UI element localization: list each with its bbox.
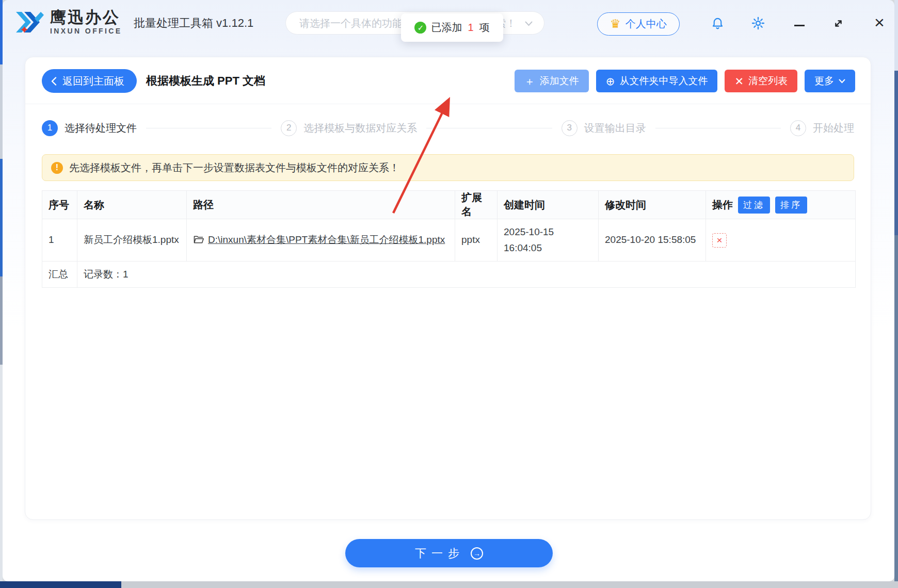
- maximize-restore-button[interactable]: [829, 14, 847, 32]
- step-progress: 1 选择待处理文件 2 选择模板与数据对应关系 3 设置输出目录 4 开始处理: [42, 119, 854, 137]
- notice-text: 先选择模板文件，再单击下一步设置数据表文件与模板文件的对应关系！: [69, 161, 399, 175]
- panel-header: 返回到主面板 根据模板生成 PPT 文档 ＋ 添加文件 ⊕ 从文件夹中导入文件 …: [42, 69, 855, 93]
- toast-unit: 项: [479, 21, 490, 35]
- cell-ext: pptx: [455, 219, 498, 262]
- plus-icon: ＋: [524, 76, 535, 87]
- cell-modified: 2025-10-20 15:58:05: [599, 219, 706, 262]
- next-step-button[interactable]: 下一步 →: [345, 539, 553, 567]
- col-name: 名称: [77, 191, 187, 219]
- search-placeholder: 请选择一个具体的功能: [299, 17, 403, 30]
- col-index: 序号: [42, 191, 77, 219]
- toast-added-notification: ✓ 已添加 1 项: [401, 13, 503, 42]
- warning-icon: !: [51, 162, 63, 174]
- cell-name: 新员工介绍模板1.pptx: [77, 219, 187, 262]
- col-created: 创建时间: [498, 191, 599, 219]
- col-operation: 操作 过滤 排序: [706, 191, 856, 219]
- table-header-row: 序号 名称 路径 扩展名 创建时间 修改时间 操作 过滤 排序: [42, 191, 856, 219]
- notification-bell-icon[interactable]: [709, 14, 726, 32]
- clear-list-button[interactable]: ✕ 清空列表: [725, 70, 797, 92]
- crown-icon: ♛: [610, 18, 621, 30]
- step-connector: [146, 128, 271, 128]
- step-connector: [426, 128, 552, 128]
- col-modified: 修改时间: [599, 191, 706, 219]
- close-button[interactable]: ×: [871, 14, 888, 32]
- success-check-icon: ✓: [414, 22, 426, 34]
- app-window: 鹰迅办公 INXUN OFFICE 批量处理工具箱 v1.12.1 请选择一个具…: [3, 0, 894, 581]
- notice-banner: ! 先选择模板文件，再单击下一步设置数据表文件与模板文件的对应关系！: [42, 154, 854, 181]
- background-window-edge-right: [894, 0, 898, 588]
- logo-text-en: INXUN OFFICE: [50, 27, 122, 35]
- divider: [25, 104, 871, 104]
- toast-message: 已添加: [431, 21, 462, 35]
- col-ext: 扩展名: [455, 191, 498, 219]
- import-from-folder-button[interactable]: ⊕ 从文件夹中导入文件: [596, 70, 718, 92]
- topbar: 鹰迅办公 INXUN OFFICE 批量处理工具箱 v1.12.1 请选择一个具…: [3, 0, 894, 45]
- app-logo: 鹰迅办公 INXUN OFFICE: [14, 8, 122, 37]
- col-path: 路径: [187, 191, 455, 219]
- chevron-left-icon: [51, 77, 57, 86]
- step-connector: [655, 128, 781, 128]
- panel-actions: ＋ 添加文件 ⊕ 从文件夹中导入文件 ✕ 清空列表 更多: [515, 70, 855, 92]
- page-title: 根据模板生成 PPT 文档: [146, 73, 265, 89]
- more-button[interactable]: 更多: [805, 70, 855, 92]
- main-panel: 返回到主面板 根据模板生成 PPT 文档 ＋ 添加文件 ⊕ 从文件夹中导入文件 …: [25, 57, 871, 520]
- summary-row: 汇总 记录数：1: [42, 262, 856, 288]
- step-4-start-process: 4 开始处理: [790, 120, 854, 136]
- cell-path: D:\inxun\素材合集\PPT素材合集\新员工介绍模板1.pptx: [187, 219, 455, 262]
- remove-file-button[interactable]: ×: [712, 233, 727, 248]
- personal-center-button[interactable]: ♛ 个人中心: [597, 12, 680, 36]
- step-1-select-files: 1 选择待处理文件: [42, 120, 137, 136]
- inxun-logo-icon: [14, 8, 46, 37]
- circle-arrow-icon: →: [471, 547, 483, 560]
- cell-index: 1: [42, 219, 77, 262]
- add-file-button[interactable]: ＋ 添加文件: [515, 70, 589, 92]
- step-2-template-mapping: 2 选择模板与数据对应关系: [281, 120, 417, 136]
- x-icon: ✕: [734, 76, 744, 87]
- cell-created: 2025-10-15 16:04:05: [498, 219, 599, 262]
- summary-label: 汇总: [42, 262, 77, 288]
- chevron-down-icon: [839, 79, 845, 84]
- settings-gear-icon[interactable]: [749, 14, 767, 32]
- file-list-table: 序号 名称 路径 扩展名 创建时间 修改时间 操作 过滤 排序 1 新员工介绍模…: [42, 190, 856, 288]
- chevron-down-icon[interactable]: [525, 21, 533, 26]
- file-path-link[interactable]: D:\inxun\素材合集\PPT素材合集\新员工介绍模板1.pptx: [208, 234, 445, 245]
- x-icon: ×: [716, 235, 722, 245]
- minimize-button[interactable]: [791, 14, 808, 32]
- back-button-label: 返回到主面板: [62, 74, 124, 88]
- summary-value: 记录数：1: [77, 262, 856, 288]
- background-taskbar-strip: [0, 581, 898, 588]
- logo-text-cn: 鹰迅办公: [50, 9, 122, 26]
- sort-button[interactable]: 排序: [775, 197, 807, 214]
- toast-count: 1: [468, 22, 473, 34]
- folder-open-icon: [193, 235, 204, 244]
- table-row: 1 新员工介绍模板1.pptx D:\inxun\素材合集\PPT素材合集\新员…: [42, 219, 856, 262]
- step-3-output-dir: 3 设置输出目录: [562, 120, 646, 136]
- circle-plus-icon: ⊕: [606, 76, 615, 87]
- back-to-dashboard-button[interactable]: 返回到主面板: [42, 69, 137, 93]
- personal-center-label: 个人中心: [626, 17, 667, 31]
- cell-operation: ×: [706, 219, 856, 262]
- filter-button[interactable]: 过滤: [738, 197, 770, 214]
- app-title: 批量处理工具箱 v1.12.1: [134, 15, 253, 31]
